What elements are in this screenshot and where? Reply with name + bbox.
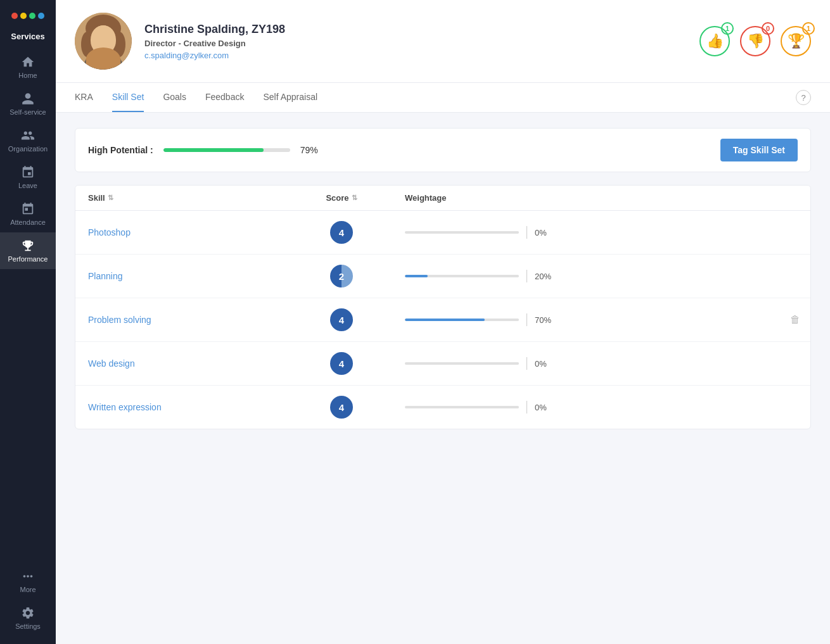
svg-point-3 bbox=[91, 25, 116, 56]
tab-skillset[interactable]: Skill Set bbox=[112, 83, 144, 112]
weightage-planning: 20% bbox=[405, 270, 798, 282]
leave-label: Leave bbox=[18, 182, 37, 189]
home-icon bbox=[21, 55, 35, 69]
skill-sort-icon[interactable]: ⇅ bbox=[108, 194, 113, 202]
weight-track-planning bbox=[405, 275, 519, 277]
score-badge-photoshop: 4 bbox=[330, 221, 353, 244]
weight-divider bbox=[527, 313, 527, 326]
thumbdown-button[interactable]: 👎 bbox=[740, 26, 770, 56]
sidebar-item-performance[interactable]: Performance bbox=[0, 232, 56, 269]
settings-icon bbox=[21, 606, 35, 620]
weight-fill-problemsolving bbox=[405, 319, 485, 321]
col-weightage: Weightage bbox=[405, 193, 798, 203]
logo-dot-blue bbox=[38, 13, 44, 19]
svg-point-6 bbox=[97, 36, 101, 41]
potential-label: High Potential : bbox=[88, 145, 153, 155]
more-icon bbox=[21, 569, 35, 583]
content-area: High Potential : 79% Tag Skill Set Skill… bbox=[56, 113, 830, 644]
weight-fill-planning bbox=[405, 275, 428, 277]
tag-skill-button[interactable]: Tag Skill Set bbox=[720, 139, 798, 161]
table-row: Planning 2 20% bbox=[75, 255, 810, 298]
tab-selfappraisal[interactable]: Self Appraisal bbox=[263, 83, 317, 112]
profile-name: Christine Spalding, ZY198 bbox=[144, 23, 687, 36]
profile-department: Creative Design bbox=[183, 39, 245, 48]
tabs-bar: KRA Skill Set Goals Feedback Self Apprai… bbox=[56, 83, 830, 113]
skill-name-writtenexpression[interactable]: Written expression bbox=[88, 402, 278, 412]
weight-pct-webdesign: 0% bbox=[535, 359, 560, 369]
skills-table: Skill ⇅ Score ⇅ Weightage Photoshop 4 bbox=[75, 185, 811, 429]
tab-goals[interactable]: Goals bbox=[163, 83, 186, 112]
col-skill: Skill ⇅ bbox=[88, 193, 278, 203]
potential-fill bbox=[163, 148, 264, 152]
profile-info: Christine Spalding, ZY198 Director - Cre… bbox=[144, 23, 687, 60]
svg-point-4 bbox=[81, 32, 94, 57]
col-score: Score ⇅ bbox=[278, 193, 405, 203]
weight-pct-photoshop: 0% bbox=[535, 228, 560, 237]
svg-point-5 bbox=[113, 32, 125, 57]
weight-track-problemsolving bbox=[405, 319, 519, 321]
avatar-image bbox=[75, 13, 132, 70]
svg-rect-2 bbox=[99, 49, 108, 59]
score-badge-planning: 2 bbox=[330, 265, 353, 287]
avatar bbox=[75, 13, 132, 70]
org-icon bbox=[21, 129, 35, 142]
tab-kra[interactable]: KRA bbox=[75, 83, 93, 112]
help-icon[interactable]: ? bbox=[796, 90, 811, 105]
logo-dot-red bbox=[11, 13, 18, 19]
thumbdown-badge: 0 👎 bbox=[740, 26, 770, 56]
weight-track-writtenexpression bbox=[405, 406, 519, 408]
profile-actions: 1 👍 0 👎 1 🏆 bbox=[699, 26, 811, 56]
potential-track bbox=[163, 148, 290, 152]
sidebar-item-home[interactable]: Home bbox=[0, 49, 56, 85]
svg-point-8 bbox=[84, 52, 122, 70]
weightage-photoshop: 0% bbox=[405, 226, 798, 239]
skill-name-photoshop[interactable]: Photoshop bbox=[88, 227, 278, 237]
table-row: Written expression 4 0% bbox=[75, 386, 810, 429]
sidebar-item-selfservice[interactable]: Self-service bbox=[0, 85, 56, 122]
profile-email[interactable]: c.spalding@zylker.com bbox=[144, 51, 687, 60]
delete-icon-problemsolving[interactable]: 🗑 bbox=[790, 314, 800, 325]
logo-dot-yellow bbox=[20, 13, 27, 19]
weightage-problemsolving: 70% bbox=[405, 313, 798, 326]
skill-name-problemsolving[interactable]: Problem solving bbox=[88, 315, 278, 325]
skill-name-planning[interactable]: Planning bbox=[88, 271, 278, 281]
weight-track-webdesign bbox=[405, 362, 519, 365]
score-sort-icon[interactable]: ⇅ bbox=[352, 194, 357, 202]
weight-divider bbox=[527, 401, 527, 414]
sidebar-item-organization[interactable]: Organization bbox=[0, 122, 56, 159]
profile-role-title: Director bbox=[144, 39, 176, 48]
trophy-icon bbox=[21, 239, 35, 253]
potential-bar: High Potential : 79% Tag Skill Set bbox=[75, 128, 811, 172]
thumbup-badge: 1 👍 bbox=[699, 26, 730, 56]
main-content: Christine Spalding, ZY198 Director - Cre… bbox=[56, 0, 830, 644]
settings-label: Settings bbox=[15, 622, 41, 630]
svg-point-7 bbox=[106, 36, 110, 41]
app-logo bbox=[11, 8, 44, 24]
weight-divider bbox=[527, 226, 527, 239]
weight-pct-planning: 20% bbox=[535, 272, 560, 281]
services-label: Services bbox=[11, 29, 45, 49]
sidebar-item-leave[interactable]: Leave bbox=[0, 159, 56, 196]
weightage-webdesign: 0% bbox=[405, 357, 798, 370]
award-badge: 1 🏆 bbox=[781, 26, 811, 56]
avatar-svg bbox=[75, 13, 132, 70]
thumbup-button[interactable]: 👍 bbox=[699, 26, 730, 56]
profile-role: Director - Creative Design bbox=[144, 39, 687, 48]
sidebar-item-settings[interactable]: Settings bbox=[0, 600, 56, 636]
tab-feedback[interactable]: Feedback bbox=[205, 83, 244, 112]
sidebar-item-more[interactable]: More bbox=[0, 563, 56, 600]
weight-pct-writtenexpression: 0% bbox=[535, 403, 560, 412]
table-row: Problem solving 4 70% 🗑 bbox=[75, 298, 810, 342]
award-button[interactable]: 🏆 bbox=[781, 26, 811, 56]
skill-name-webdesign[interactable]: Web design bbox=[88, 358, 278, 369]
sidebar-item-attendance[interactable]: Attendance bbox=[0, 196, 56, 232]
sidebar: Services Home Self-service Organization … bbox=[0, 0, 56, 644]
selfservice-label: Self-service bbox=[10, 108, 46, 116]
weight-pct-problemsolving: 70% bbox=[535, 315, 560, 325]
attendance-label: Attendance bbox=[10, 218, 46, 226]
skills-table-header: Skill ⇅ Score ⇅ Weightage bbox=[75, 186, 810, 211]
profile-header: Christine Spalding, ZY198 Director - Cre… bbox=[56, 0, 830, 83]
leave-icon bbox=[21, 165, 35, 179]
weight-track-photoshop bbox=[405, 231, 519, 234]
table-row: Web design 4 0% bbox=[75, 342, 810, 386]
